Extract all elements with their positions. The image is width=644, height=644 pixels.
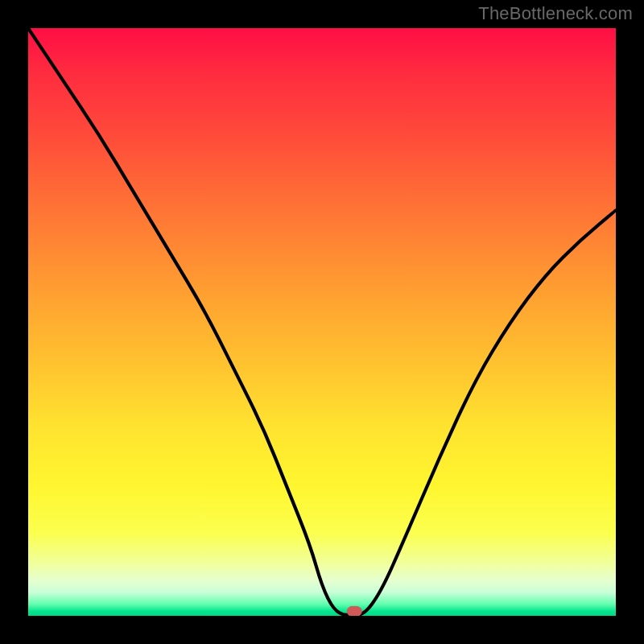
curve-layer — [28, 28, 616, 616]
minimum-marker — [347, 606, 361, 616]
attribution-label: TheBottleneck.com — [478, 3, 633, 24]
plot-area — [28, 28, 616, 616]
bottleneck-curve — [28, 28, 616, 615]
chart-frame: TheBottleneck.com — [0, 0, 644, 644]
